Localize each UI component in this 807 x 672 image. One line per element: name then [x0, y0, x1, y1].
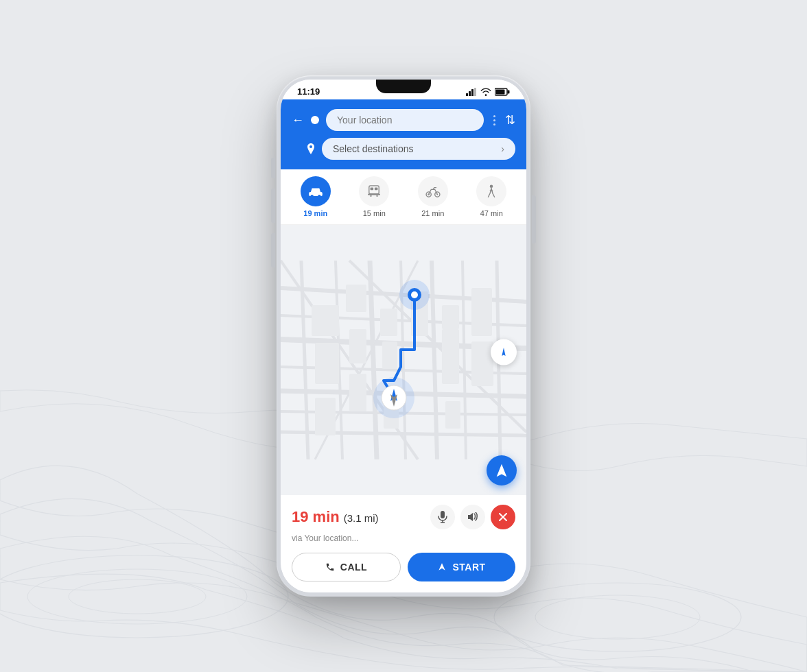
bike-time: 21 min: [421, 209, 444, 217]
map-view[interactable]: [281, 225, 526, 495]
destination-placeholder-text: Select destinations: [333, 143, 414, 154]
status-notch: [376, 80, 431, 93]
destination-arrow-icon: ›: [501, 143, 504, 154]
microphone-button[interactable]: [430, 505, 455, 529]
wifi-icon: [480, 88, 491, 96]
svg-rect-48: [380, 309, 397, 336]
svg-point-4: [535, 595, 700, 639]
route-info-row: 19 min (3.1 mi): [292, 505, 515, 529]
svg-rect-8: [474, 88, 476, 96]
svg-point-0: [0, 555, 288, 638]
svg-rect-46: [312, 305, 339, 336]
destination-input[interactable]: Select destinations ›: [322, 138, 515, 160]
svg-point-2: [69, 579, 206, 614]
svg-rect-11: [508, 90, 510, 93]
phone-volume-up-button: [271, 189, 275, 223]
speaker-button[interactable]: [460, 505, 485, 529]
car-icon-button[interactable]: [301, 176, 331, 206]
navigate-button[interactable]: [487, 455, 517, 485]
navigation-header: ← ⇅ Select destinations ›: [281, 99, 526, 169]
dots-separator: [493, 119, 495, 121]
phone-power-button: [271, 158, 275, 178]
map-svg: [281, 225, 526, 495]
svg-point-26: [428, 193, 430, 195]
status-bar: 11:19: [281, 80, 526, 99]
origin-input[interactable]: [326, 109, 484, 131]
walk-time: 47 min: [480, 209, 503, 217]
svg-rect-51: [471, 288, 492, 336]
svg-point-63: [411, 291, 418, 298]
svg-point-3: [494, 583, 741, 651]
car-time: 19 min: [303, 209, 327, 217]
swap-button[interactable]: ⇅: [505, 112, 515, 128]
close-route-button[interactable]: [491, 505, 515, 529]
svg-point-27: [490, 184, 493, 188]
svg-rect-53: [349, 329, 366, 363]
transit-icon-button[interactable]: [359, 176, 389, 206]
start-button[interactable]: START: [408, 553, 515, 581]
svg-rect-52: [315, 343, 339, 384]
svg-rect-47: [346, 285, 366, 312]
my-location-button[interactable]: [491, 339, 517, 365]
svg-rect-5: [466, 93, 468, 96]
bike-icon-button[interactable]: [418, 176, 448, 206]
signal-icon: [466, 88, 477, 96]
transport-car[interactable]: 19 min: [301, 176, 331, 217]
bottom-panel: 19 min (3.1 mi): [281, 495, 526, 592]
status-icons: [466, 88, 510, 96]
svg-rect-57: [315, 398, 336, 435]
svg-rect-50: [442, 305, 459, 329]
phone-right-button: [532, 195, 536, 243]
svg-rect-7: [471, 89, 473, 96]
svg-rect-18: [375, 188, 378, 191]
phone-volume-down-button: [271, 233, 275, 267]
destination-row: Select destinations ›: [292, 138, 515, 160]
svg-rect-20: [371, 195, 372, 197]
route-time-distance: 19 min (3.1 mi): [292, 508, 379, 526]
phone-device: 11:19: [277, 75, 530, 597]
svg-rect-54: [382, 341, 397, 369]
svg-rect-21: [377, 195, 378, 197]
svg-rect-10: [496, 89, 505, 94]
action-buttons-row: CALL START: [292, 553, 515, 581]
origin-dot: [311, 116, 319, 124]
walk-icon-button[interactable]: [476, 176, 506, 206]
origin-row: ← ⇅: [292, 109, 515, 131]
battery-icon: [495, 88, 510, 96]
route-distance: (3.1 mi): [344, 512, 379, 524]
svg-rect-68: [441, 511, 445, 518]
svg-rect-6: [469, 91, 471, 96]
svg-rect-17: [371, 188, 374, 191]
call-label: CALL: [340, 562, 367, 573]
route-controls: [430, 505, 515, 529]
call-button[interactable]: CALL: [292, 553, 401, 581]
svg-point-12: [309, 145, 312, 148]
back-button[interactable]: ←: [292, 113, 304, 128]
svg-rect-19: [368, 194, 380, 195]
transport-transit[interactable]: 15 min: [359, 176, 389, 217]
svg-rect-56: [471, 341, 493, 386]
pin-icon: [307, 143, 315, 154]
svg-point-1: [27, 569, 247, 624]
svg-rect-55: [442, 329, 459, 384]
route-time: 19 min: [292, 508, 340, 526]
transport-walk[interactable]: 47 min: [476, 176, 506, 217]
route-via-text: via Your location...: [292, 533, 515, 543]
transit-time: 15 min: [363, 209, 386, 217]
transport-bike[interactable]: 21 min: [418, 176, 448, 217]
start-label: START: [452, 562, 485, 573]
phone-screen: 11:19: [281, 80, 526, 592]
dots-separator: [493, 123, 495, 125]
status-time: 11:19: [297, 86, 320, 97]
svg-rect-58: [349, 374, 366, 411]
svg-rect-60: [445, 401, 460, 429]
transport-mode-bar: 19 min 15 min: [281, 169, 526, 225]
dots-separator: [493, 115, 495, 117]
